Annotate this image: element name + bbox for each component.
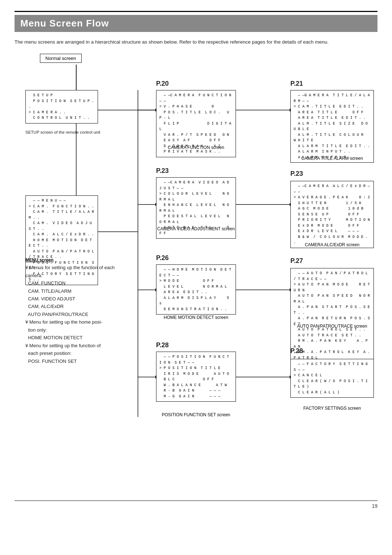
factory-screen: — — F A C T O R Y S E T T I N G S — — > …: [290, 359, 374, 398]
setup-screen-box: S E T U P P O S I T I O N S E T U P . . …: [25, 90, 98, 123]
posi-func-screen: — — P O S I T I O N F U N C T I O N S E …: [156, 352, 236, 402]
p27-label-container: P.27: [290, 257, 303, 265]
p28-posi-label-container: P.28: [156, 341, 169, 349]
posi-func-content: — — P O S I T I O N F U N C T I O N S E …: [159, 354, 233, 399]
page-title: Menu Screen Flow: [20, 18, 372, 29]
yen3: ¥: [25, 343, 28, 348]
posi-func-screen-label: POSITION FUNCTION SET screen: [162, 412, 230, 417]
title-bar: Menu Screen Flow: [15, 15, 377, 32]
cam-video-label-text: CAMERA VIDEO ADJUSTMENT screen: [156, 225, 236, 232]
p20-label: P.20: [156, 80, 169, 88]
setup-screen-content: S E T U P P O S I T I O N S E T U P . . …: [29, 93, 95, 121]
side-desc: ¥ Menus for setting up the function of e…: [25, 264, 123, 365]
menu-screen-label-text: MENU screen: [25, 256, 53, 263]
cam-title-label: CAMERA TITLE ALARM screen: [290, 155, 374, 161]
cam-title-screen: — —G A M E R A T I T L E / A L A R M — —…: [290, 90, 374, 163]
factory-label-text: FACTORY SETTINGS screen: [290, 405, 374, 411]
cam-title-content: — —G A M E R A T I T L E / A L A R M — —…: [294, 93, 371, 160]
p23-video-label-container: P.23: [156, 167, 169, 175]
cam-title-screen-label: CAMERA TITLE ALARM screen: [301, 156, 363, 161]
p23-alc-label: P.23: [290, 170, 303, 178]
normal-screen-box: Normal screen: [40, 54, 82, 63]
cam-func-label: CAM. FUNCTION: [25, 280, 66, 286]
home-motion-screen: — — H O M E M O T I O N D E T E C T — — …: [156, 264, 236, 315]
yen2: ¥: [25, 319, 28, 325]
cam-alc-label-text: CAMERA ALC/ExDR screen: [290, 241, 374, 248]
home-motion-label: HOME MOTION DETECT: [25, 335, 82, 340]
page: Menu Screen Flow The menu screens are ar…: [0, 0, 392, 555]
auto-pan-label: AUTO PAN/PATROL/TRACE: [25, 312, 88, 317]
cam-alc-screen: — —C A M E R A A L C / E x D R — — — > A…: [290, 181, 374, 248]
cam-title-label: CAM. TITLE/ALARM: [25, 288, 72, 294]
cam-video-label: CAM. VIDEO ADJUST: [25, 296, 75, 301]
factory-content: — — F A C T O R Y S E T T I N G S — — > …: [294, 361, 371, 395]
cam-alc-label: CAM. ALC/ExDR: [25, 304, 64, 309]
p28-factory-label: P.28: [290, 347, 303, 355]
p21-label: P.21: [290, 80, 303, 88]
page-number: 19: [372, 503, 377, 509]
p21-label-container: P.21: [290, 80, 303, 88]
posi-func-label-text: POSITION FUNCTION SET screen: [156, 411, 236, 418]
desc-line1: Menus for setting up the function of eac…: [25, 265, 115, 278]
p26-label-container: P.26: [156, 254, 169, 262]
factory-screen-label: FACTORY SETTINGS screen: [303, 406, 361, 411]
p23-alc-label-container: P.23: [290, 170, 303, 178]
p26-label: P.26: [156, 254, 169, 262]
p27-label: P.27: [290, 257, 303, 265]
top-border: [15, 11, 377, 12]
cam-func-screen-label: CAMERA FUNCTION screen: [168, 145, 224, 150]
p28-factory-label-container: P.28: [290, 347, 303, 355]
flow-container: Normal screen S E T U P P O S I T I O N …: [15, 54, 377, 490]
auto-pan-label-text: AUTO PAN/PATROL/TRACE screen: [290, 323, 374, 329]
p20-label-container: P.20: [156, 80, 169, 88]
bottom-bar: 19: [15, 501, 377, 509]
p23-video-label: P.23: [156, 167, 169, 175]
cam-alc-content: — —C A M E R A A L C / E x D R — — — > A…: [294, 183, 371, 246]
cam-alc-screen-label: CAMERA ALC/ExDR screen: [305, 242, 360, 247]
auto-pan-screen-label: AUTO PAN/PATROL/TRACE screen: [297, 324, 367, 329]
cam-func-label: CAMERA FUNCTION screen: [156, 144, 236, 150]
setup-screen-label: SETUP screen of the remote control unit: [25, 130, 100, 134]
home-motion-label-text: HOME MOTION DETECT screen: [156, 314, 236, 320]
auto-pan-content: — — A U T O P A N / P A T R O L / T R A …: [294, 271, 371, 361]
posi-func-label: POSI. FUNCTION SET: [25, 358, 77, 364]
cam-video-screen-label: CAMERA VIDEO ADJUSTMENT screen: [157, 226, 235, 231]
p28-posi-label: P.28: [156, 341, 169, 349]
intro-text: The menu screens are arranged in a hiera…: [15, 39, 377, 46]
menu-screen-title: MENU screen: [25, 258, 53, 263]
home-motion-content: — — H O M E M O T I O N D E T E C T — — …: [159, 267, 233, 312]
home-motion-screen-label: HOME MOTION DETECT screen: [164, 315, 228, 320]
normal-screen-label: Normal screen: [45, 56, 76, 61]
